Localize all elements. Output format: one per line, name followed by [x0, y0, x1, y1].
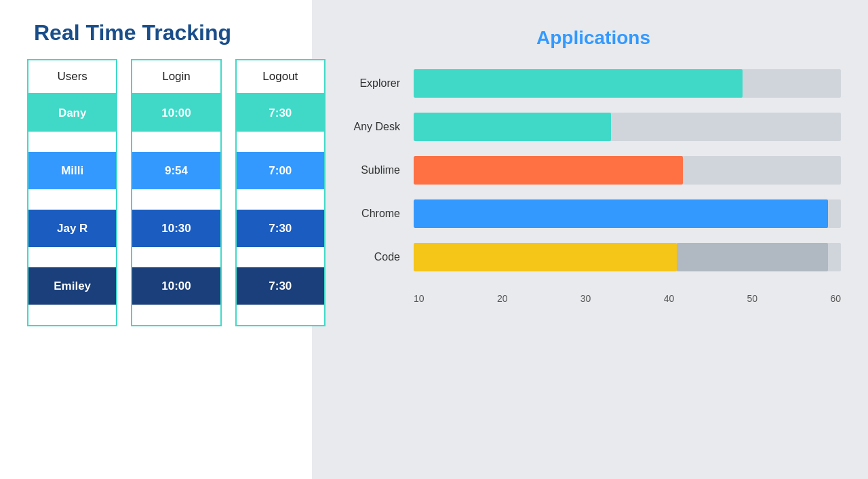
logout-dany: 7:30 [237, 94, 324, 132]
bar-fill-sublime [414, 156, 683, 185]
bar-label-chrome: Chrome [346, 208, 414, 220]
user-milli: Milli [28, 152, 116, 189]
x-label-20: 20 [497, 293, 508, 304]
bar-row-chrome: Chrome [346, 199, 841, 228]
bar-container-chrome [414, 199, 841, 228]
applications-panel: Applications Explorer Any Desk Sublime [312, 0, 868, 479]
bar-container-sublime [414, 156, 841, 185]
bar-label-code: Code [346, 251, 414, 263]
logout-header: Logout [237, 60, 324, 94]
bar-row-sublime: Sublime [346, 156, 841, 185]
bar-fill-code-yellow [414, 243, 677, 271]
bar-fill-anydesk [414, 113, 611, 141]
bar-label-explorer: Explorer [346, 77, 414, 90]
bar-container-anydesk [414, 113, 841, 141]
page-title: Real Time Tracking [34, 20, 326, 45]
main-container: Real Time Tracking Users Dany Milli Jay … [0, 0, 868, 479]
left-panel: Real Time Tracking Users Dany Milli Jay … [27, 20, 326, 326]
user-emiley: Emiley [28, 267, 116, 305]
empty-spacer [132, 132, 220, 152]
bar-row-explorer: Explorer [346, 69, 841, 98]
login-dany: 10:00 [132, 94, 220, 132]
x-axis: 10 20 30 40 50 60 [414, 293, 841, 304]
empty-spacer [237, 189, 324, 210]
empty-spacer [237, 132, 324, 152]
x-label-10: 10 [414, 293, 425, 304]
bar-label-anydesk: Any Desk [346, 121, 414, 133]
login-header: Login [132, 60, 220, 94]
bar-fill-code-gray [677, 243, 828, 271]
users-column: Users Dany Milli Jay R Emiley [27, 59, 117, 326]
bar-container-explorer [414, 69, 841, 98]
x-label-50: 50 [747, 293, 758, 304]
x-label-40: 40 [664, 293, 675, 304]
empty-spacer [28, 132, 116, 152]
empty-spacer [132, 305, 220, 325]
bar-container-code [414, 243, 841, 271]
login-jayr: 10:30 [132, 210, 220, 247]
logout-jayr: 7:30 [237, 210, 324, 247]
bar-fill-chrome [414, 199, 828, 228]
empty-spacer [237, 305, 324, 325]
tracking-table: Users Dany Milli Jay R Emiley Login 10:0… [27, 59, 326, 326]
logout-column: Logout 7:30 7:00 7:30 7:30 [235, 59, 326, 326]
login-milli: 9:54 [132, 152, 220, 189]
x-label-60: 60 [830, 293, 841, 304]
x-label-30: 30 [580, 293, 591, 304]
empty-spacer [132, 247, 220, 267]
bar-label-sublime: Sublime [346, 164, 414, 176]
chart-area: Explorer Any Desk Sublime [346, 69, 841, 286]
bar-row-code: Code [346, 243, 841, 271]
logout-milli: 7:00 [237, 152, 324, 189]
user-dany: Dany [28, 94, 116, 132]
empty-spacer [132, 189, 220, 210]
login-emiley: 10:00 [132, 267, 220, 305]
applications-title: Applications [346, 27, 841, 49]
empty-spacer [237, 247, 324, 267]
login-column: Login 10:00 9:54 10:30 10:00 [131, 59, 221, 326]
bar-row-anydesk: Any Desk [346, 113, 841, 141]
empty-spacer [28, 247, 116, 267]
empty-spacer [28, 189, 116, 210]
user-jayr: Jay R [28, 210, 116, 247]
logout-emiley: 7:30 [237, 267, 324, 305]
bar-fill-explorer [414, 69, 743, 98]
users-header: Users [28, 60, 116, 94]
empty-spacer [28, 305, 116, 325]
